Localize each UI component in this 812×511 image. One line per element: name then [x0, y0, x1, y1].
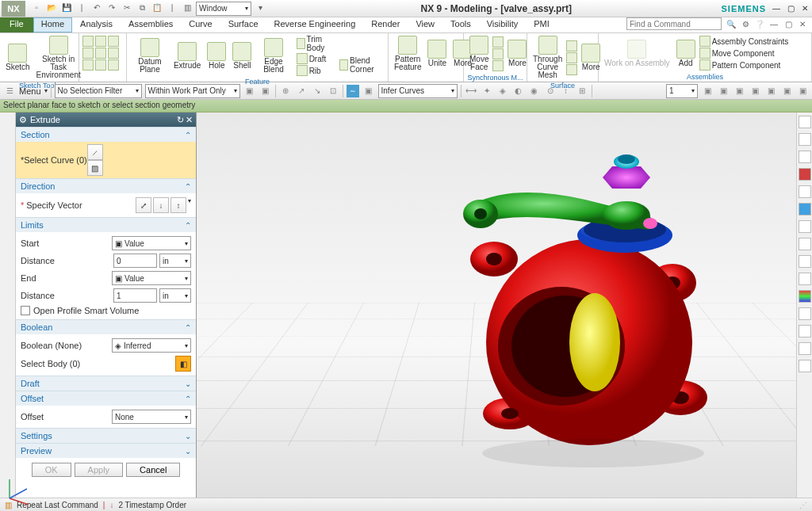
dialog-reset-icon[interactable]: ↻ — [177, 115, 184, 125]
sel-icon13[interactable]: ⊙ — [544, 85, 557, 97]
graphics-viewport[interactable] — [197, 112, 796, 498]
rib-icon[interactable] — [297, 65, 308, 76]
start-unit[interactable]: in▾ — [159, 254, 191, 268]
sync-icon3[interactable] — [492, 60, 504, 71]
nav-icon7[interactable] — [799, 220, 811, 233]
unite-button[interactable]: Unite — [425, 39, 449, 68]
redo-icon[interactable]: ↷ — [105, 2, 118, 14]
end-unit[interactable]: in▾ — [159, 288, 191, 303]
sel-icon4[interactable]: ↗ — [295, 85, 308, 97]
gear-icon[interactable]: ⚙ — [19, 115, 27, 125]
sel-icon5[interactable]: ↘ — [311, 85, 324, 97]
sel-icon3[interactable]: ⊕ — [279, 85, 292, 97]
close-button[interactable]: ✕ — [798, 2, 812, 15]
point-icon[interactable] — [95, 48, 106, 59]
boolean-type[interactable]: ◈ Inferred▾ — [112, 338, 191, 353]
curve-mode-icon[interactable]: ～ — [347, 85, 359, 97]
sel-icon7[interactable]: ▣ — [362, 85, 375, 97]
sel-icon15[interactable]: ⊞ — [576, 85, 588, 97]
trim-icon[interactable] — [82, 59, 94, 71]
tab-home[interactable]: Home — [33, 17, 72, 32]
sel-icon2[interactable]: ▣ — [259, 85, 272, 97]
copy-icon[interactable]: ⧉ — [136, 2, 148, 14]
search-icon[interactable]: 🔍 — [725, 17, 737, 30]
tab-pmi[interactable]: PMI — [526, 17, 557, 32]
dialog-close-icon[interactable]: ✕ — [186, 115, 193, 125]
new-icon[interactable]: ▫ — [30, 2, 43, 14]
arc-icon[interactable] — [95, 36, 106, 47]
nav-icon15[interactable] — [799, 360, 811, 372]
move-comp-icon[interactable] — [699, 48, 710, 59]
through-curve-mesh-button[interactable]: Through Curve Mesh — [530, 35, 565, 80]
move-face-button[interactable]: Move Face — [467, 35, 491, 72]
nav-icon8[interactable] — [799, 238, 811, 250]
extrude-button[interactable]: Extrude — [171, 41, 203, 71]
sketch-section-icon[interactable]: ▨ — [87, 160, 103, 176]
selection-filter[interactable]: No Selection Filter▾ — [55, 84, 142, 98]
timestamp-label[interactable]: 2 Timestamp Order — [118, 501, 186, 509]
settings-icon[interactable]: ⚙ — [739, 17, 752, 30]
sel-icon6[interactable]: ⊡ — [327, 85, 339, 97]
boolean-header[interactable]: Boolean⌃ — [16, 319, 196, 334]
trim-body-icon[interactable] — [297, 38, 305, 49]
nav-icon3[interactable] — [799, 151, 811, 163]
pattern-comp-icon[interactable] — [699, 59, 710, 71]
edge-blend-button[interactable]: Edge Blend — [255, 37, 291, 74]
direction-header[interactable]: Direction⌃ — [16, 178, 196, 193]
open-profile-checkbox[interactable] — [21, 306, 30, 315]
scope-filter[interactable]: Within Work Part Only▾ — [145, 84, 240, 98]
limits-header[interactable]: Limits⌃ — [16, 217, 196, 232]
more-button2[interactable]: More — [505, 39, 529, 68]
save-icon[interactable]: 💾 — [60, 2, 73, 14]
cut-icon[interactable]: ✂ — [121, 2, 133, 14]
nav-icon9[interactable] — [799, 255, 811, 268]
mdi-max-icon[interactable]: ▢ — [782, 17, 795, 30]
nav-icon6[interactable] — [799, 203, 811, 215]
nav-icon4[interactable] — [799, 168, 811, 181]
open-profile-row[interactable]: Open Profile Smart Volume — [21, 304, 191, 317]
dialog-header[interactable]: ⚙ Extrude ↻✕ — [16, 112, 196, 127]
sel-icon14[interactable]: ↕ — [560, 85, 573, 97]
sketch-task-button[interactable]: Sketch in Task Environment — [34, 35, 83, 80]
view-icon2[interactable]: ▣ — [717, 85, 730, 97]
open-icon[interactable]: 📂 — [45, 2, 58, 14]
spline-icon[interactable] — [108, 48, 119, 59]
sketch-button[interactable]: Sketch — [3, 43, 33, 72]
offset-header[interactable]: Offset⌃ — [16, 391, 196, 406]
fillet-icon[interactable] — [95, 59, 106, 71]
view-icon1[interactable]: ▣ — [701, 85, 714, 97]
tab-analysis[interactable]: Analysis — [72, 17, 121, 32]
hole-button[interactable]: Hole — [205, 41, 228, 71]
draft-header[interactable]: Draft⌄ — [16, 376, 196, 391]
menu-label[interactable]: Menu — [19, 86, 41, 96]
sel-icon8[interactable]: ⟷ — [465, 85, 477, 97]
nav-icon14[interactable] — [799, 342, 811, 355]
menu-icon[interactable]: ☰ — [3, 85, 16, 97]
start-distance-field[interactable]: 0 — [113, 254, 157, 268]
surf-icon1[interactable] — [566, 40, 577, 51]
surf-icon3[interactable] — [566, 64, 577, 75]
view-icon3[interactable]: ▣ — [733, 85, 745, 97]
vector-icon3[interactable]: ↕ — [170, 197, 186, 213]
view-icon7[interactable]: ▣ — [796, 85, 809, 97]
file-tab[interactable]: File — [0, 17, 33, 32]
end-type[interactable]: ▣ Value▾ — [112, 271, 191, 285]
sel-icon10[interactable]: ◈ — [496, 85, 509, 97]
paste-icon[interactable]: 📋 — [151, 2, 163, 14]
window-icon[interactable]: ▥ — [181, 2, 193, 14]
tab-assemblies[interactable]: Assemblies — [121, 17, 181, 32]
vector-icon2[interactable]: ↓ — [153, 197, 169, 213]
command-search[interactable] — [626, 17, 722, 30]
mdi-close-icon[interactable]: ✕ — [796, 17, 809, 30]
sync-icon1[interactable] — [492, 36, 504, 48]
maximize-button[interactable]: ▢ — [783, 2, 798, 15]
count-field[interactable]: 1▾ — [666, 84, 698, 98]
blend-corner-icon[interactable] — [339, 59, 348, 71]
undo-icon[interactable]: ↶ — [90, 2, 103, 14]
view-icon6[interactable]: ▣ — [780, 85, 793, 97]
cancel-button[interactable]: Cancel — [126, 463, 180, 477]
nav-icon1[interactable] — [799, 116, 811, 128]
timestamp-icon[interactable]: ↓ — [109, 501, 113, 509]
settings-header[interactable]: Settings⌄ — [16, 428, 196, 443]
tab-render[interactable]: Render — [363, 17, 408, 32]
